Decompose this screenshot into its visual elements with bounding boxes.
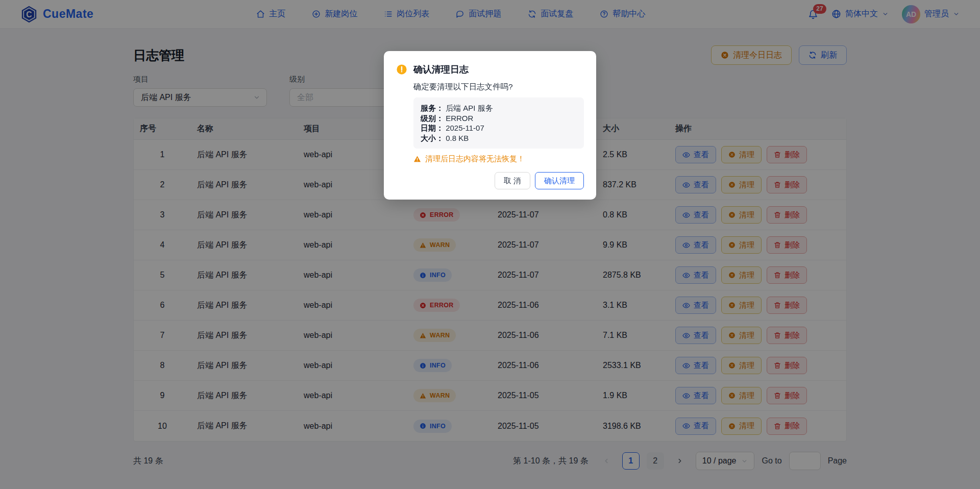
dialog-title: 确认清理日志 [413, 63, 469, 76]
log-detail-box: 服务： 后端 API 服务 级别： ERROR 日期： 2025-11-07 大… [413, 97, 584, 149]
exclamation-circle-icon [396, 64, 407, 75]
dialog-question: 确定要清理以下日志文件吗? [413, 82, 584, 92]
log-detail-line: 级别： ERROR [421, 113, 577, 124]
log-detail-line: 服务： 后端 API 服务 [421, 103, 577, 113]
log-detail-line: 大小： 0.8 KB [421, 133, 577, 143]
confirm-clean-dialog: 确认清理日志 确定要清理以下日志文件吗? 服务： 后端 API 服务 级别： E… [384, 51, 596, 200]
dialog-warning-text: 清理后日志内容将无法恢复！ [425, 154, 525, 164]
warning-triangle-icon [413, 155, 421, 163]
confirm-clean-button[interactable]: 确认清理 [535, 172, 584, 189]
log-detail-line: 日期： 2025-11-07 [421, 123, 577, 133]
cancel-button[interactable]: 取 消 [495, 172, 530, 189]
